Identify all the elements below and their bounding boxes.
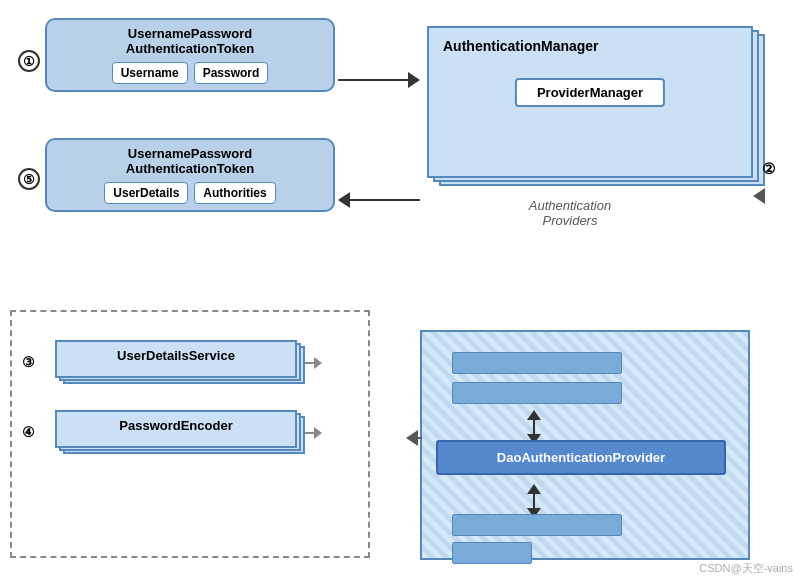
provider-manager-box: ProviderManager bbox=[515, 78, 665, 107]
password-encoder-label: PasswordEncoder bbox=[57, 412, 295, 439]
username-field: Username bbox=[112, 62, 188, 84]
number-4: ④ bbox=[22, 424, 35, 440]
arrow-auth-to-dao bbox=[753, 188, 765, 204]
authorities-field: Authorities bbox=[194, 182, 275, 204]
arrow-1-to-manager bbox=[338, 72, 420, 88]
number-1: ① bbox=[18, 50, 40, 72]
arrow-updown-bottom bbox=[527, 484, 541, 518]
dao-provider-box: DaoAuthenticationProvider bbox=[436, 440, 726, 475]
user-details-service-label: UserDetailsService bbox=[57, 342, 295, 369]
token5-box: UsernamePasswordAuthenticationToken User… bbox=[45, 138, 335, 212]
watermark: CSDN@天空-vains bbox=[699, 561, 793, 576]
password-field: Password bbox=[194, 62, 269, 84]
token1-box: UsernamePasswordAuthenticationToken User… bbox=[45, 18, 335, 92]
arrow-manager-to-5 bbox=[338, 192, 420, 208]
number-5: ⑤ bbox=[18, 168, 40, 190]
auth-manager-title: AuthenticationManager bbox=[429, 28, 751, 64]
bar-top-1 bbox=[452, 352, 622, 374]
bar-bottom-2 bbox=[452, 542, 532, 564]
arrow-dao-to-left bbox=[406, 430, 422, 446]
token5-title: UsernamePasswordAuthenticationToken bbox=[57, 146, 323, 176]
auth-providers-label: AuthenticationProviders bbox=[470, 198, 670, 228]
arrow-updown-top bbox=[527, 410, 541, 444]
arrow-4-to-dao bbox=[302, 427, 322, 439]
bar-bottom-1 bbox=[452, 514, 622, 536]
dao-outer-area: DaoAuthenticationProvider bbox=[420, 330, 750, 560]
number-3: ③ bbox=[22, 354, 35, 370]
bar-top-2 bbox=[452, 382, 622, 404]
userdetails-field: UserDetails bbox=[104, 182, 188, 204]
number-2: ② bbox=[762, 160, 775, 178]
diagram-container: ① UsernamePasswordAuthenticationToken Us… bbox=[0, 0, 803, 584]
arrow-3-to-dao bbox=[302, 357, 322, 369]
token1-title: UsernamePasswordAuthenticationToken bbox=[57, 26, 323, 56]
